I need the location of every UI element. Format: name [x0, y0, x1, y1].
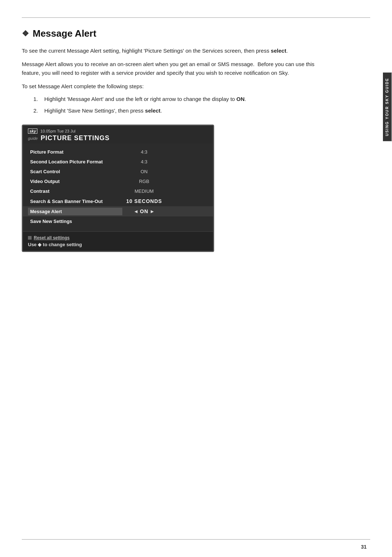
- reset-line: Reset all settings: [28, 235, 208, 240]
- arrow-cell: ◄ ON ►: [125, 208, 163, 214]
- step-2-num: 2.: [33, 106, 41, 115]
- left-arrow-icon: ◄: [134, 208, 139, 214]
- table-row: Save New Settings: [23, 216, 213, 226]
- row-value-second-location: 4:3: [122, 158, 166, 166]
- paragraph-2: Message Alert allows you to receive an o…: [22, 60, 319, 77]
- steps-list: 1. Highlight 'Message Alert' and use the…: [33, 95, 370, 115]
- steps-intro: To set Message Alert complete the follow…: [22, 82, 370, 90]
- row-label-video-output: Video Output: [28, 178, 122, 185]
- tv-screen: sky 10.05pm Tue 23 Jul guide PICTURE SET…: [22, 125, 214, 252]
- row-value-message-alert: ◄ ON ►: [122, 207, 166, 215]
- message-alert-value: ON: [140, 208, 148, 214]
- row-value-video-output: RGB: [122, 178, 166, 185]
- page-number: 31: [361, 544, 367, 550]
- reset-text: Reset all settings: [34, 235, 70, 240]
- table-row: Video Output RGB: [23, 176, 213, 186]
- table-row: Picture Format 4:3: [23, 147, 213, 157]
- paragraph-1: To see the current Message Alert setting…: [22, 46, 319, 55]
- guide-label: guide: [28, 136, 38, 141]
- table-row: Scart Control ON: [23, 167, 213, 176]
- table-row: Contrast MEDIUM: [23, 186, 213, 196]
- sky-logo: sky: [28, 129, 37, 134]
- row-value-save: [122, 220, 166, 223]
- side-tab: USING YOUR SKY GUIDE: [383, 73, 392, 141]
- row-label-contrast: Contrast: [28, 187, 122, 195]
- diamond-icon: ❖: [22, 29, 29, 38]
- right-arrow-icon: ►: [150, 208, 155, 214]
- row-label-picture-format: Picture Format: [28, 148, 122, 156]
- bottom-rule: [22, 539, 370, 540]
- tv-time: 10.05pm Tue 23 Jul: [40, 129, 75, 133]
- step-1-text: Highlight 'Message Alert' and use the le…: [44, 95, 246, 103]
- section-title: ❖ Message Alert: [22, 28, 370, 39]
- reset-square-icon: [28, 236, 32, 240]
- page-title: Message Alert: [33, 28, 96, 39]
- table-row: Message Alert ◄ ON ►: [23, 206, 213, 216]
- row-label-second-location: Second Location Picture Format: [28, 158, 122, 166]
- tv-footer: Reset all settings Use ◆ to change setti…: [23, 231, 213, 251]
- tv-screen-title: PICTURE SETTINGS: [41, 134, 110, 142]
- tv-header-top: sky 10.05pm Tue 23 Jul: [28, 129, 208, 134]
- use-arrows-text: Use ◆ to change setting: [28, 242, 208, 247]
- row-label-message-alert: Message Alert: [28, 208, 122, 215]
- row-label-scart: Scart Control: [28, 168, 122, 175]
- row-label-save: Save New Settings: [28, 217, 122, 225]
- row-value-search-scan: 10 SECONDS: [122, 197, 166, 205]
- main-content: ❖ Message Alert To see the current Messa…: [22, 18, 370, 252]
- step-2-text: Highlight 'Save New Settings', then pres…: [44, 106, 162, 115]
- row-value-scart: ON: [122, 168, 166, 175]
- row-label-search-scan: Search & Scan Banner Time-Out: [28, 198, 122, 205]
- step-1-num: 1.: [33, 95, 41, 103]
- step-2: 2. Highlight 'Save New Settings', then p…: [33, 106, 317, 115]
- tv-body: Picture Format 4:3 Second Location Pictu…: [23, 143, 213, 231]
- row-value-picture-format: 4:3: [122, 148, 166, 156]
- tv-title-row: guide PICTURE SETTINGS: [28, 134, 208, 142]
- table-row: Search & Scan Banner Time-Out 10 SECONDS: [23, 196, 213, 206]
- row-value-contrast: MEDIUM: [122, 187, 166, 195]
- step-1: 1. Highlight 'Message Alert' and use the…: [33, 95, 317, 103]
- table-row: Second Location Picture Format 4:3: [23, 157, 213, 167]
- tv-header: sky 10.05pm Tue 23 Jul guide PICTURE SET…: [23, 126, 213, 143]
